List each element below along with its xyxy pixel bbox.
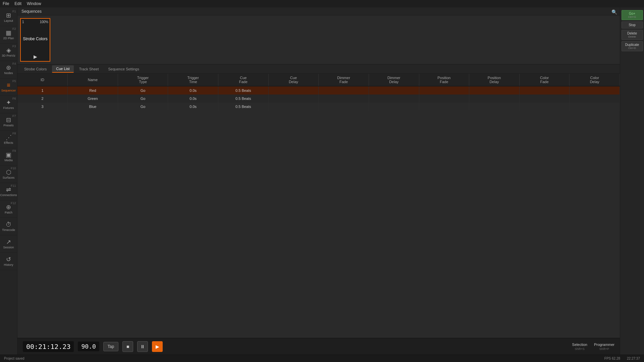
sidebar-item-effects[interactable]: F8 ⋰ Effects	[0, 131, 17, 148]
tap-button[interactable]: Tap	[103, 342, 118, 351]
cell-id: 3	[17, 103, 68, 111]
cell-dimmer-fade	[319, 103, 369, 111]
sidebar-icon-surfaces: ⬡	[6, 169, 11, 175]
col-header-trigger-type: Trigger Type	[118, 74, 168, 86]
play-icon: ▶	[156, 344, 159, 349]
pause-button[interactable]: ⏸	[137, 341, 148, 352]
play-button[interactable]: ▶	[152, 341, 163, 352]
transport-right: Selection Shift+S Programmer Shift+P	[572, 343, 614, 351]
time-display: 22:27:37	[627, 357, 640, 360]
sidebar-icon-media: ▣	[6, 152, 11, 158]
tab-sequence-settings[interactable]: Sequence Settings	[104, 66, 143, 72]
menu-bar: File Edit Window	[0, 0, 644, 7]
sidebar-item-layout[interactable]: F1 ⊞ Layout	[0, 9, 17, 26]
sidebar-item-timecode[interactable]: ⏱ Timecode	[0, 218, 17, 235]
cell-position-fade	[419, 86, 469, 95]
sidebar-item-patch[interactable]: F12 ⊕ Patch	[0, 200, 17, 218]
menu-edit[interactable]: Edit	[14, 1, 21, 6]
main-layout: F1 ⊞ Layout F2 ▦ 2D Plan F3 ◈ 3D PreViz …	[0, 7, 644, 355]
sidebar-item-media[interactable]: F9 ▣ Media	[0, 148, 17, 166]
cell-dimmer-delay	[369, 95, 419, 103]
search-icon[interactable]: 🔍	[611, 9, 617, 15]
sidebar-item-sequencer[interactable]: F5 ≡ Sequencer	[0, 78, 17, 96]
programmer-label: Programmer	[594, 343, 614, 347]
tab-cue-list[interactable]: Cue List	[52, 65, 73, 73]
cell-cue-delay	[268, 86, 319, 95]
col-header-name: Name	[68, 74, 118, 86]
left-sidebar: F1 ⊞ Layout F2 ▦ 2D Plan F3 ◈ 3D PreViz …	[0, 7, 17, 355]
cell-position-delay	[469, 95, 520, 103]
tabs-bar: Strobe ColorsCue ListTrack SheetSequence…	[17, 64, 620, 74]
sidebar-fkey-media: F9	[12, 149, 16, 153]
col-header-dimmer-delay: Dimmer Delay	[369, 74, 419, 86]
sequence-name: Strobe Colors	[22, 25, 48, 52]
sidebar-label-effects: Effects	[4, 141, 13, 144]
selection-label: Selection	[572, 343, 587, 347]
tab-track-sheet[interactable]: Track Sheet	[75, 66, 103, 72]
sequence-card-header: 1 100%	[22, 20, 48, 24]
cell-trigger-type: Go	[118, 86, 168, 95]
col-header-color-delay: Color Delay	[570, 74, 620, 86]
go-shortcut: Ctrl+G	[623, 15, 642, 18]
selection-mode: Selection Shift+S	[572, 343, 587, 351]
sidebar-label-connections: Connections	[0, 193, 17, 197]
sidebar-icon-timecode: ⏱	[6, 222, 12, 228]
delete-button[interactable]: Delete Delete	[622, 30, 643, 40]
cell-name: Blue	[68, 103, 118, 111]
cell-dimmer-delay	[369, 103, 419, 111]
table-row[interactable]: 3BlueGo0.0s0.5 Beats	[17, 103, 620, 111]
stop-button[interactable]: ■	[122, 341, 133, 352]
cell-cue-delay	[268, 103, 319, 111]
sidebar-item-surfaces[interactable]: F10 ⬡ Surfaces	[0, 166, 17, 183]
menu-window[interactable]: Window	[27, 1, 41, 6]
col-header-cue-delay: Cue Delay	[268, 74, 319, 86]
sequence-card[interactable]: 1 100% Strobe Colors ▶	[20, 18, 50, 62]
cell-cue-fade: 0.5 Beats	[218, 86, 269, 95]
go-label: Go+	[629, 12, 635, 15]
sidebar-icon-2dplan: ▦	[6, 30, 11, 36]
sidebar-icon-patch: ⊕	[6, 204, 11, 210]
cell-name: Green	[68, 95, 118, 103]
sequence-percent: 100%	[40, 20, 48, 24]
sidebar-item-nodes[interactable]: F4 ⊛ Nodes	[0, 61, 17, 78]
stop-action-button[interactable]: Stop	[622, 21, 643, 28]
sidebar-item-presets[interactable]: F7 ⊟ Presets	[0, 113, 17, 131]
table-row[interactable]: 1RedGo0.0s0.5 Beats	[17, 86, 620, 95]
duplicate-button[interactable]: Duplicate Ctrl+D	[622, 41, 643, 51]
sequence-play-button[interactable]: ▶	[32, 54, 38, 60]
bottom-panel: Strobe ColorsCue ListTrack SheetSequence…	[17, 64, 620, 355]
sidebar-icon-layout: ⊞	[6, 12, 11, 18]
delete-shortcut: Delete	[623, 35, 642, 38]
stop-action-label: Stop	[629, 23, 636, 27]
sidebar-item-session[interactable]: ↗ Session	[0, 235, 17, 253]
sidebar-item-connections[interactable]: F11 ⇌ Connections	[0, 183, 17, 200]
sidebar-fkey-2dplan: F2	[12, 27, 16, 31]
menu-file[interactable]: File	[3, 1, 9, 6]
sequence-play-area: ▶	[22, 54, 48, 60]
sidebar-item-fixtures[interactable]: F6 ✦ Fixtures	[0, 96, 17, 113]
cell-name: Red	[68, 86, 118, 95]
cell-color-delay	[570, 86, 620, 95]
cell-color-delay	[570, 103, 620, 111]
go-button[interactable]: Go+ Ctrl+G	[622, 10, 643, 20]
col-header-position-delay: Position Delay	[469, 74, 520, 86]
cell-color-delay	[570, 95, 620, 103]
sidebar-label-timecode: Timecode	[2, 228, 15, 232]
sidebar-label-sequencer: Sequencer	[1, 89, 16, 92]
sidebar-item-3dpreviz[interactable]: F3 ◈ 3D PreViz	[0, 44, 17, 61]
table-row[interactable]: 2GreenGo0.0s0.5 Beats	[17, 95, 620, 103]
cell-cue-fade: 0.5 Beats	[218, 95, 269, 103]
col-header-dimmer-fade: Dimmer Fade	[319, 74, 369, 86]
transport-bar: 00:21:12.23 90.0 Tap ■ ⏸ ▶ Selection Shi…	[17, 338, 620, 355]
col-header-id: ID	[17, 74, 68, 86]
cue-list-container[interactable]: IDNameTrigger TypeTrigger TimeCue FadeCu…	[17, 74, 620, 338]
sidebar-item-history[interactable]: ↺ History	[0, 253, 17, 270]
fps-display: FPS 62.28	[604, 357, 620, 360]
sequences-panel: Sequences 🔍 1 100% Strobe Colors ▶	[17, 7, 620, 64]
sidebar-item-2dplan[interactable]: F2 ▦ 2D Plan	[0, 26, 17, 44]
sequence-number: 1	[22, 20, 24, 24]
tab-strobe-colors[interactable]: Strobe Colors	[20, 66, 51, 72]
cell-trigger-time: 0.0s	[168, 95, 218, 103]
sidebar-fkey-effects: F8	[12, 132, 16, 135]
sidebar-icon-session: ↗	[6, 239, 11, 245]
